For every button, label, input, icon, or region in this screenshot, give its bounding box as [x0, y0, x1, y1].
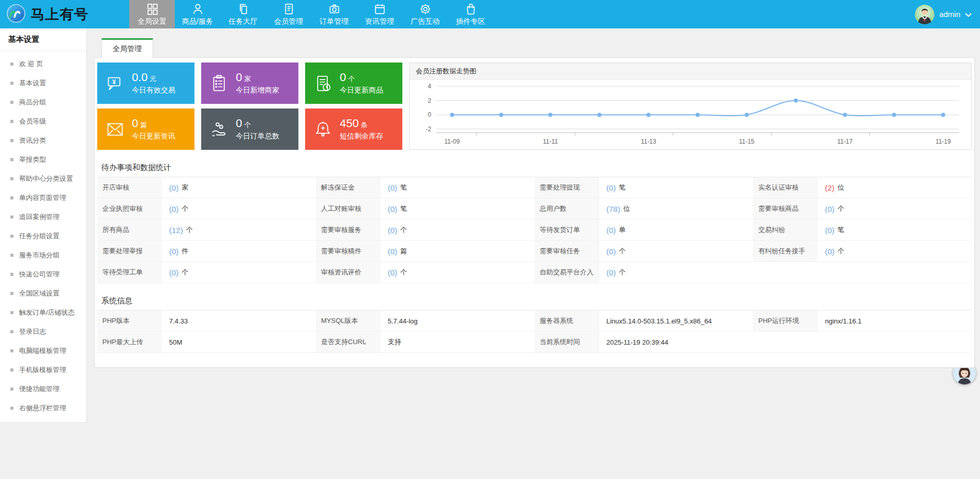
stat-count[interactable]: (78)	[607, 205, 621, 213]
stat-count[interactable]: (0)	[388, 183, 397, 192]
bullet-icon	[10, 120, 13, 123]
stat-label: 实名认证审核	[753, 177, 819, 198]
stat-count[interactable]: (0)	[607, 247, 616, 256]
stat-label: 交易纠纷	[753, 220, 819, 240]
stat-count[interactable]: (12)	[169, 226, 183, 235]
document-list-icon	[282, 2, 295, 16]
nav-item-7[interactable]: 插件专区	[448, 0, 493, 28]
sidebar-item-18[interactable]: 右侧悬浮栏管理	[0, 398, 86, 418]
sidebar-item-14[interactable]: 登录日志	[0, 322, 86, 341]
brand-name: 马上有号	[31, 5, 88, 24]
sidebar-item-1[interactable]: 基本设置	[0, 73, 86, 92]
stat-card-label: 今日更新商品	[340, 86, 383, 95]
svg-text:0: 0	[428, 111, 431, 118]
sidebar-item-5[interactable]: 举报类型	[0, 150, 86, 169]
brand[interactable]: 马上有号	[0, 0, 129, 28]
sidebar-item-label: 服务市场分组	[19, 251, 59, 260]
tab-global-management[interactable]: 全局管理	[101, 38, 153, 58]
stat-label: PHP最大上传	[97, 332, 163, 352]
sidebar-item-13[interactable]: 触发订单/店铺状态	[0, 303, 86, 322]
stat-value: (0)家	[163, 177, 316, 198]
stat-count[interactable]: (2)	[825, 183, 834, 192]
stat-cell: 等待发货订单(0)单	[535, 220, 753, 240]
stat-card-value: 0	[132, 117, 138, 130]
stat-count[interactable]: (0)	[169, 247, 178, 256]
sidebar-item-2[interactable]: 商品分组	[0, 92, 86, 112]
sidebar-item-15[interactable]: 电脑端模板管理	[0, 341, 86, 360]
sidebar-item-label: 帮助中心分类设置	[19, 174, 73, 183]
stat-card-3[interactable]: 0篇今日更新资讯	[97, 109, 194, 150]
stat-count[interactable]: (0)	[169, 268, 178, 277]
bullet-icon	[10, 254, 13, 257]
stat-unit: 个	[186, 225, 193, 235]
stat-count[interactable]: (0)	[825, 205, 834, 213]
sidebar-item-7[interactable]: 单内容页面管理	[0, 188, 86, 207]
stat-count[interactable]: (0)	[169, 205, 178, 213]
stat-count[interactable]: (0)	[825, 226, 834, 235]
stat-card-4[interactable]: 0个今日订单总数	[201, 109, 298, 150]
svg-text:11-17: 11-17	[837, 138, 853, 145]
sidebar-item-0[interactable]: 欢 迎 页	[0, 54, 86, 73]
stat-card-1[interactable]: 0家今日新增商家	[201, 63, 298, 104]
sidebar-item-4[interactable]: 资讯分类	[0, 131, 86, 150]
nav-item-4[interactable]: 订单管理	[311, 0, 357, 28]
sidebar-item-17[interactable]: 便捷功能管理	[0, 379, 86, 398]
stat-card-text: 0个今日订单总数	[236, 117, 279, 141]
sidebar-item-10[interactable]: 服务市场分组	[0, 245, 86, 265]
chevron-down-icon	[965, 10, 972, 19]
stat-count[interactable]: (0)	[388, 205, 397, 213]
stat-count[interactable]: (0)	[825, 247, 834, 256]
stat-unit: 个	[619, 246, 626, 256]
stat-card-0[interactable]: ¥0.0元今日有效交易	[97, 63, 194, 104]
stat-cell: 开店审核(0)家	[97, 177, 316, 198]
nav-item-3[interactable]: 会员管理	[266, 0, 311, 28]
camera-icon	[328, 2, 341, 16]
nav-item-label: 资讯管理	[365, 17, 394, 26]
stat-count[interactable]: (0)	[169, 183, 178, 192]
sidebar-item-9[interactable]: 任务分组设置	[0, 226, 86, 245]
nav-item-6[interactable]: 广告互动	[402, 0, 448, 28]
envelope-icon	[105, 120, 125, 139]
nav-item-5[interactable]: 资讯管理	[357, 0, 402, 28]
stat-card-2[interactable]: 0个今日更新商品	[305, 63, 402, 104]
stat-card-value: 0	[236, 71, 242, 84]
stat-card-value: 450	[340, 117, 359, 130]
top-nav: 全局设置商品/服务任务大厅会员管理订单管理资讯管理广告互动插件专区	[129, 0, 493, 28]
stat-count[interactable]: (0)	[607, 268, 616, 277]
stat-cell: 等待受理工单(0)个	[97, 262, 316, 283]
stat-count[interactable]: (0)	[388, 268, 397, 277]
nav-item-0[interactable]: 全局设置	[129, 0, 175, 28]
bullet-icon	[10, 177, 13, 180]
sidebar-item-12[interactable]: 全国区域设置	[0, 284, 86, 303]
stat-count[interactable]: (0)	[607, 226, 616, 235]
stat-cards: ¥0.0元今日有效交易0家今日新增商家0个今日更新商品0篇今日更新资讯0个今日订…	[97, 63, 402, 150]
sidebar-item-6[interactable]: 帮助中心分类设置	[0, 169, 86, 188]
sidebar-item-16[interactable]: 手机版模板管理	[0, 360, 86, 379]
doc-clock-icon	[313, 74, 333, 93]
stat-cell: 是否支持CURL支持	[316, 332, 535, 352]
stat-count[interactable]: (0)	[388, 247, 397, 256]
stat-unit: 篇	[400, 246, 407, 256]
nav-item-label: 订单管理	[320, 17, 349, 26]
stat-card-text: 0.0元今日有效交易	[132, 71, 175, 95]
user-menu[interactable]: admin	[915, 0, 972, 28]
svg-text:11-09: 11-09	[444, 138, 460, 145]
sidebar-box: 基本设置 欢 迎 页基本设置商品分组会员等级资讯分类举报类型帮助中心分类设置单内…	[0, 28, 87, 423]
stat-row: 企业执照审核(0)个人工对账审核(0)笔总用户数(78)位需要审核商品(0)个	[97, 198, 972, 220]
bullet-icon	[10, 101, 13, 104]
nav-item-1[interactable]: 商品/服务	[175, 0, 220, 28]
stat-value: 50M	[163, 332, 316, 352]
stat-card-label: 今日有效交易	[132, 86, 175, 95]
sidebar-item-3[interactable]: 会员等级	[0, 112, 86, 131]
sidebar-item-8[interactable]: 追回案例管理	[0, 207, 86, 226]
stat-unit: 位	[623, 204, 630, 213]
stat-card-5[interactable]: 450条短信剩余库存	[305, 109, 402, 150]
sidebar-item-11[interactable]: 快递公司管理	[0, 265, 86, 284]
stat-count[interactable]: (0)	[607, 183, 616, 192]
nav-item-2[interactable]: 任务大厅	[220, 0, 266, 28]
bullet-icon	[10, 349, 13, 352]
stat-count[interactable]: (0)	[388, 226, 397, 235]
stat-unit: 位	[838, 183, 845, 192]
bullet-icon	[10, 82, 13, 85]
stat-value: (12)个	[163, 220, 316, 240]
